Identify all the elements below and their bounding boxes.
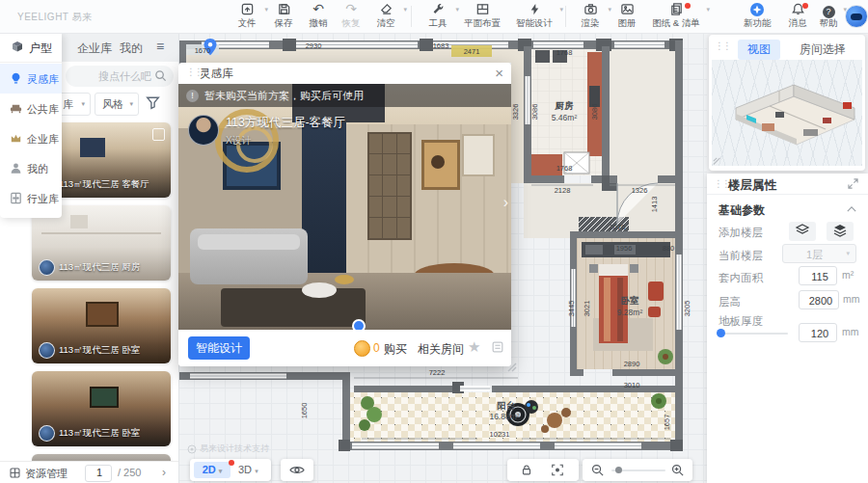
carousel-next-icon[interactable]: › [503, 194, 508, 211]
3d-preview[interactable] [712, 60, 862, 166]
compare-icon[interactable] [491, 340, 504, 354]
expand-icon[interactable] [848, 178, 858, 189]
photo-robot-marker [352, 319, 366, 330]
chevron-up-icon[interactable] [847, 205, 856, 213]
dim-label: 3010 [624, 381, 640, 389]
add-floor-label: 添加楼层 [719, 226, 763, 240]
menu-item-inspiration-library[interactable]: 灵感库 [0, 64, 62, 94]
eye-icon[interactable] [289, 464, 305, 476]
toolbar-save-button[interactable]: 保存 [266, 2, 301, 31]
search-icon[interactable] [154, 69, 167, 82]
dim-label: 1683 [433, 41, 449, 50]
close-icon[interactable]: × [495, 65, 503, 81]
related-rooms-button[interactable]: 相关房间 [418, 341, 464, 358]
add-floor-below-button[interactable] [827, 222, 854, 241]
toolbar-drawings-list-button[interactable]: ▾ 图纸 & 清单 [646, 2, 706, 31]
modal-header[interactable]: ⋮⋮ 灵感库 × [178, 63, 511, 84]
coin-icon [354, 340, 370, 357]
dim-label: 1650 [300, 403, 309, 419]
thickness-input[interactable] [800, 325, 840, 342]
dim-label: 7222 [429, 368, 446, 377]
add-floor-above-button[interactable] [789, 222, 816, 241]
room-area-bedroom: 9.28m² [617, 308, 643, 317]
lightning-icon [509, 2, 559, 17]
ai-design-button[interactable]: 智能设计 [188, 336, 250, 360]
buy-button[interactable]: 购买 [384, 341, 407, 358]
toolbar-ai-design-button[interactable]: ▾ 智能设计 [509, 2, 559, 31]
thumbnail-card[interactable]: 113㎡现代三居 卧室 [32, 288, 171, 363]
drag-handle-icon[interactable]: ⋮⋮ [715, 40, 730, 51]
dim-label: 2471 [464, 47, 480, 56]
filter-funnel-icon[interactable] [145, 94, 161, 111]
toolbar-render-button[interactable]: ▾ 渲染 [573, 2, 608, 31]
area-input[interactable] [800, 268, 840, 285]
toolbar-tools-button[interactable]: ▾ 工具 [420, 2, 455, 31]
toolbar-floorplan-layout-button[interactable]: 平面布置 [457, 2, 507, 31]
cabinet-icon [9, 191, 23, 205]
floor-thickness-label: 地板厚度 [719, 314, 763, 329]
left-panel-footer: 资源管理 / 250 › [0, 461, 178, 483]
wrench-icon [420, 2, 455, 17]
document-icon [646, 2, 706, 17]
thickness-slider-handle[interactable] [717, 329, 725, 337]
design-preview-image[interactable]: › ! 暂未购买当前方案，购买后可使用 113方现代三居-客餐厅 X设计 [178, 84, 511, 330]
drag-handle-icon[interactable]: ⋮⋮ [714, 178, 729, 189]
toolbar-messages-button[interactable]: 消息 [781, 2, 814, 31]
mode-2d-button[interactable]: 2D ▾ [194, 462, 231, 478]
resize-handle-icon[interactable] [505, 361, 517, 372]
author-avatar[interactable] [188, 115, 219, 146]
toolbar-clear-button[interactable]: ▾ 清空 [368, 2, 403, 31]
photo-coffee-table [302, 282, 337, 298]
avatar [39, 259, 55, 276]
current-floor-select[interactable]: 1层 ▾ [782, 244, 856, 263]
toolbar-redo-button[interactable]: ↷ 恢复 [334, 2, 368, 31]
menu-icon[interactable]: ≡ [156, 39, 165, 54]
chevron-down-icon: ▾ [255, 468, 258, 474]
next-page-icon[interactable]: › [162, 466, 166, 479]
app-logo: YEELIGHT 易来 [17, 11, 93, 24]
tab-enterprise-library[interactable]: 企业库 [77, 40, 112, 57]
expand-icon[interactable] [152, 128, 165, 141]
toolbar-undo-button[interactable]: ↶ 撤销 [301, 2, 336, 31]
lock-icon[interactable] [520, 463, 533, 477]
mode-3d-button[interactable]: 3D ▾ [238, 462, 258, 479]
person-icon [9, 161, 23, 175]
toolbar-file-button[interactable]: ▾ 文件 [230, 2, 264, 31]
menu-item-enterprise-library[interactable]: 企业库 [0, 123, 62, 153]
menu-item-public-library[interactable]: 公共库 [0, 94, 62, 123]
zoom-slider-handle[interactable] [615, 467, 622, 473]
menu-item-industry-library[interactable]: 行业库 [0, 183, 62, 213]
dim-label: 3086 [590, 104, 599, 121]
thickness-unit: mm [842, 326, 859, 337]
resize-handle-icon[interactable] [713, 157, 722, 167]
dim-label: 3205 [683, 301, 692, 317]
height-label: 层高 [719, 295, 741, 309]
dim-label: 1326 [632, 186, 648, 195]
toolbar-album-button[interactable]: 图册 [610, 2, 644, 31]
thumbnail-title: 113㎡现代三居 卧室 [59, 344, 140, 357]
thickness-slider-track[interactable] [719, 333, 788, 335]
page-input[interactable] [86, 466, 113, 479]
page-total: / 250 [118, 467, 141, 478]
height-input[interactable] [800, 292, 842, 309]
fit-view-icon[interactable] [551, 463, 564, 477]
toolbar-new-features-button[interactable]: 新功能 [737, 2, 777, 31]
area-unit: m² [842, 269, 854, 281]
tab-mine[interactable]: 我的 [120, 40, 143, 57]
zoom-in-icon[interactable] [670, 463, 685, 477]
style-filter-dropdown[interactable]: 风格 ▾ [95, 93, 139, 116]
thumbnail-card[interactable]: 113㎡现代三居 卧室 [32, 371, 171, 446]
user-avatar[interactable] [845, 5, 868, 28]
lightbulb-icon [9, 71, 23, 86]
resource-manager-button[interactable]: 资源管理 [25, 467, 68, 481]
menu-item-mine[interactable]: 我的 [0, 153, 62, 183]
purchase-notice: ! 暂未购买当前方案，购买后可使用 [178, 84, 511, 107]
tab-floorplan[interactable]: 户型 [0, 33, 62, 63]
toolbar-help-button[interactable]: ? ▾ 帮助 [814, 2, 843, 31]
favorite-star-icon[interactable]: ★ [468, 338, 480, 356]
zoom-out-icon[interactable] [590, 463, 605, 477]
room-area-kitchen: 5.46m² [552, 113, 578, 122]
tab-room-select[interactable]: 房间选择 [800, 41, 846, 58]
chevron-down-icon: ▾ [559, 6, 563, 13]
tab-view[interactable]: 视图 [738, 40, 780, 60]
